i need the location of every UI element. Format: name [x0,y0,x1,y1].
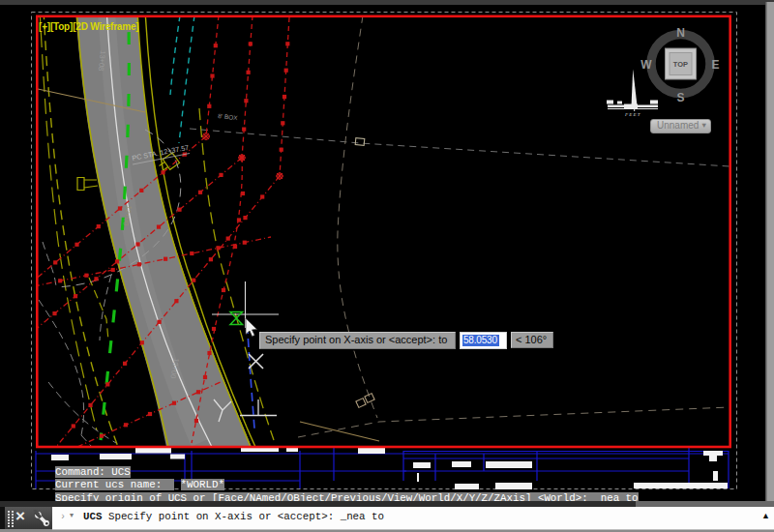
svg-text:TOP: TOP [673,60,688,69]
svg-text:FEET: FEET [624,112,641,117]
svg-text:S: S [676,91,684,104]
svg-text:N: N [676,26,685,40]
svg-text:W: W [640,58,652,72]
svg-text:E: E [711,58,719,72]
